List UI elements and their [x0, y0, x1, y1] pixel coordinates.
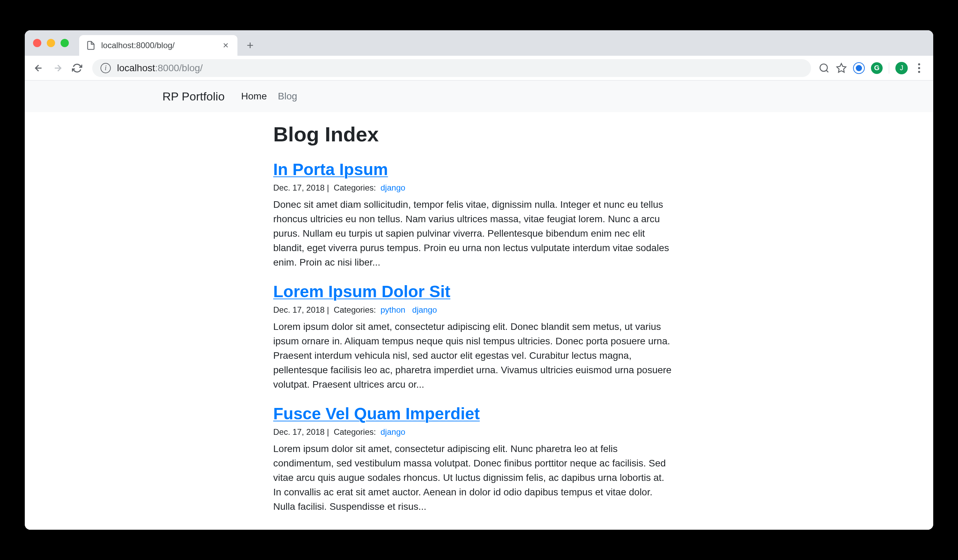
- category-link[interactable]: django: [412, 305, 437, 315]
- page-viewport: RP Portfolio HomeBlog Blog Index In Port…: [25, 81, 933, 530]
- zoom-icon[interactable]: [818, 63, 830, 74]
- post-meta: Dec. 17, 2018 | Categories: django: [273, 427, 673, 437]
- category-link[interactable]: python: [381, 305, 405, 315]
- post-title-link[interactable]: Fusce Vel Quam Imperdiet: [273, 404, 673, 423]
- url-host: localhost: [117, 63, 155, 73]
- browser-window: localhost:8000/blog/ × + i localhost:800…: [25, 30, 933, 530]
- profile-avatar[interactable]: J: [895, 62, 908, 74]
- file-icon: [86, 41, 96, 50]
- category-link[interactable]: django: [381, 183, 405, 192]
- page-content: Blog Index In Porta IpsumDec. 17, 2018 |…: [273, 112, 673, 530]
- svg-point-0: [820, 64, 827, 71]
- page-title: Blog Index: [273, 122, 673, 146]
- categories-label: Categories:: [334, 183, 381, 192]
- maximize-window-button[interactable]: [60, 39, 69, 47]
- site-navbar: RP Portfolio HomeBlog: [25, 81, 933, 112]
- extension-grammarly-icon[interactable]: G: [871, 62, 883, 74]
- url-text: localhost:8000/blog/: [117, 63, 803, 74]
- blog-post: In Porta IpsumDec. 17, 2018 | Categories…: [273, 160, 673, 270]
- post-excerpt: Lorem ipsum dolor sit amet, consectetur …: [273, 442, 673, 514]
- forward-button[interactable]: [50, 60, 65, 76]
- post-title-link[interactable]: Lorem Ipsum Dolor Sit: [273, 282, 673, 301]
- url-path: :8000/blog/: [155, 63, 203, 73]
- tab-title: localhost:8000/blog/: [101, 41, 216, 50]
- category-link[interactable]: django: [381, 427, 405, 437]
- post-meta: Dec. 17, 2018 | Categories: django: [273, 183, 673, 193]
- post-meta: Dec. 17, 2018 | Categories: python djang…: [273, 305, 673, 315]
- tab-bar: localhost:8000/blog/ × +: [25, 30, 933, 56]
- navbar-link-blog[interactable]: Blog: [278, 91, 297, 102]
- blog-post: Fusce Vel Quam ImperdietDec. 17, 2018 | …: [273, 404, 673, 514]
- post-date: Dec. 17, 2018: [273, 427, 325, 437]
- navbar-brand[interactable]: RP Portfolio: [162, 90, 225, 103]
- back-button[interactable]: [31, 60, 46, 76]
- bookmark-icon[interactable]: [836, 63, 847, 74]
- post-date: Dec. 17, 2018: [273, 305, 325, 315]
- categories-label: Categories:: [334, 305, 381, 315]
- navbar-link-home[interactable]: Home: [241, 91, 267, 102]
- reload-button[interactable]: [70, 60, 85, 76]
- browser-toolbar: i localhost:8000/blog/ G J: [25, 56, 933, 81]
- close-tab-button[interactable]: ×: [221, 40, 230, 51]
- post-excerpt: Lorem ipsum dolor sit amet, consectetur …: [273, 320, 673, 392]
- blog-post: Lorem Ipsum Dolor SitDec. 17, 2018 | Cat…: [273, 282, 673, 392]
- post-title-link[interactable]: In Porta Ipsum: [273, 160, 673, 179]
- divider: [889, 63, 889, 74]
- new-tab-button[interactable]: +: [241, 36, 259, 54]
- browser-tab[interactable]: localhost:8000/blog/ ×: [79, 35, 238, 56]
- address-bar[interactable]: i localhost:8000/blog/: [92, 59, 811, 77]
- browser-menu-button[interactable]: [914, 61, 924, 75]
- minimize-window-button[interactable]: [47, 39, 55, 47]
- close-window-button[interactable]: [33, 39, 41, 47]
- window-controls: [33, 30, 79, 56]
- categories-label: Categories:: [334, 427, 381, 437]
- post-date: Dec. 17, 2018: [273, 183, 325, 192]
- toolbar-actions: G J: [818, 61, 927, 75]
- site-info-icon[interactable]: i: [100, 63, 111, 73]
- extension-icon[interactable]: [853, 62, 865, 74]
- post-excerpt: Donec sit amet diam sollicitudin, tempor…: [273, 198, 673, 270]
